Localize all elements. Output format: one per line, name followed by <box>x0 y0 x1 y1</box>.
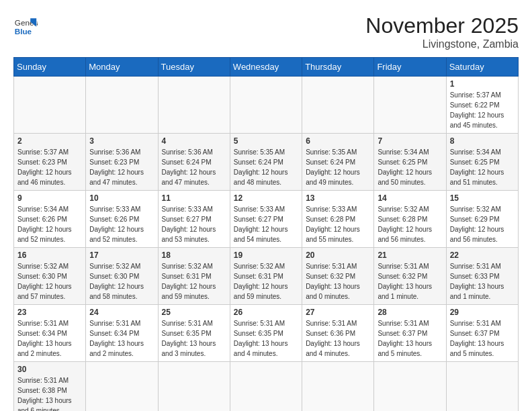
calendar-cell: 10Sunrise: 5:33 AM Sunset: 6:26 PM Dayli… <box>86 191 158 248</box>
logo: General Blue <box>13 13 38 38</box>
cell-info-text: Sunrise: 5:32 AM Sunset: 6:30 PM Dayligh… <box>89 261 154 302</box>
calendar-cell: 28Sunrise: 5:31 AM Sunset: 6:37 PM Dayli… <box>374 305 446 362</box>
calendar-cell: 22Sunrise: 5:31 AM Sunset: 6:33 PM Dayli… <box>446 248 518 305</box>
calendar-cell: 19Sunrise: 5:32 AM Sunset: 6:31 PM Dayli… <box>230 248 302 305</box>
calendar-table: SundayMondayTuesdayWednesdayThursdayFrid… <box>13 57 519 411</box>
calendar-cell <box>374 77 446 134</box>
cell-info-text: Sunrise: 5:37 AM Sunset: 6:22 PM Dayligh… <box>450 90 515 130</box>
cell-date-number: 9 <box>17 193 82 203</box>
calendar-cell <box>230 362 302 412</box>
calendar-cell <box>374 362 446 412</box>
cell-info-text: Sunrise: 5:32 AM Sunset: 6:31 PM Dayligh… <box>162 261 226 302</box>
calendar-cell: 2Sunrise: 5:37 AM Sunset: 6:23 PM Daylig… <box>14 134 86 191</box>
calendar-week-row: 1Sunrise: 5:37 AM Sunset: 6:22 PM Daylig… <box>14 77 519 134</box>
calendar-week-row: 30Sunrise: 5:31 AM Sunset: 6:38 PM Dayli… <box>14 362 519 412</box>
calendar-cell: 3Sunrise: 5:36 AM Sunset: 6:23 PM Daylig… <box>86 134 158 191</box>
cell-info-text: Sunrise: 5:31 AM Sunset: 6:34 PM Dayligh… <box>89 318 154 359</box>
cell-info-text: Sunrise: 5:31 AM Sunset: 6:32 PM Dayligh… <box>378 261 442 302</box>
month-title: November 2025 <box>365 13 519 38</box>
calendar-cell: 4Sunrise: 5:36 AM Sunset: 6:24 PM Daylig… <box>158 134 230 191</box>
cell-info-text: Sunrise: 5:34 AM Sunset: 6:25 PM Dayligh… <box>378 147 442 187</box>
cell-info-text: Sunrise: 5:33 AM Sunset: 6:27 PM Dayligh… <box>162 204 226 244</box>
cell-info-text: Sunrise: 5:32 AM Sunset: 6:30 PM Dayligh… <box>17 261 82 302</box>
calendar-cell: 26Sunrise: 5:31 AM Sunset: 6:35 PM Dayli… <box>230 305 302 362</box>
day-header-thursday: Thursday <box>302 58 374 77</box>
day-header-wednesday: Wednesday <box>230 58 302 77</box>
calendar-cell <box>446 362 518 412</box>
cell-info-text: Sunrise: 5:32 AM Sunset: 6:29 PM Dayligh… <box>450 204 515 244</box>
cell-info-text: Sunrise: 5:33 AM Sunset: 6:26 PM Dayligh… <box>89 204 154 244</box>
cell-info-text: Sunrise: 5:34 AM Sunset: 6:26 PM Dayligh… <box>17 204 82 244</box>
calendar-cell <box>158 362 230 412</box>
calendar-cell: 30Sunrise: 5:31 AM Sunset: 6:38 PM Dayli… <box>14 362 86 412</box>
svg-text:Blue: Blue <box>15 27 32 36</box>
cell-info-text: Sunrise: 5:31 AM Sunset: 6:37 PM Dayligh… <box>450 318 515 359</box>
cell-date-number: 7 <box>378 136 442 146</box>
cell-date-number: 4 <box>162 136 226 146</box>
cell-info-text: Sunrise: 5:31 AM Sunset: 6:36 PM Dayligh… <box>306 318 370 359</box>
cell-info-text: Sunrise: 5:31 AM Sunset: 6:35 PM Dayligh… <box>234 318 298 359</box>
calendar-cell: 8Sunrise: 5:34 AM Sunset: 6:25 PM Daylig… <box>446 134 518 191</box>
cell-info-text: Sunrise: 5:37 AM Sunset: 6:23 PM Dayligh… <box>17 147 82 187</box>
calendar-cell <box>302 77 374 134</box>
calendar-cell: 18Sunrise: 5:32 AM Sunset: 6:31 PM Dayli… <box>158 248 230 305</box>
cell-date-number: 21 <box>378 250 442 260</box>
cell-info-text: Sunrise: 5:31 AM Sunset: 6:35 PM Dayligh… <box>162 318 226 359</box>
calendar-cell: 14Sunrise: 5:32 AM Sunset: 6:28 PM Dayli… <box>374 191 446 248</box>
day-header-saturday: Saturday <box>446 58 518 77</box>
calendar-week-row: 23Sunrise: 5:31 AM Sunset: 6:34 PM Dayli… <box>14 305 519 362</box>
calendar-cell: 12Sunrise: 5:33 AM Sunset: 6:27 PM Dayli… <box>230 191 302 248</box>
cell-info-text: Sunrise: 5:35 AM Sunset: 6:24 PM Dayligh… <box>306 147 370 187</box>
title-area: November 2025 Livingstone, Zambia <box>365 13 519 50</box>
cell-date-number: 18 <box>162 250 226 260</box>
calendar-cell: 16Sunrise: 5:32 AM Sunset: 6:30 PM Dayli… <box>14 248 86 305</box>
day-header-monday: Monday <box>86 58 158 77</box>
calendar-cell <box>14 77 86 134</box>
calendar-cell: 1Sunrise: 5:37 AM Sunset: 6:22 PM Daylig… <box>446 77 518 134</box>
calendar-cell <box>86 77 158 134</box>
calendar-cell: 17Sunrise: 5:32 AM Sunset: 6:30 PM Dayli… <box>86 248 158 305</box>
cell-date-number: 22 <box>450 250 515 260</box>
calendar-cell: 27Sunrise: 5:31 AM Sunset: 6:36 PM Dayli… <box>302 305 374 362</box>
cell-date-number: 5 <box>234 136 298 146</box>
cell-date-number: 20 <box>306 250 370 260</box>
cell-date-number: 8 <box>450 136 515 146</box>
cell-date-number: 15 <box>450 193 515 203</box>
cell-date-number: 30 <box>17 365 82 374</box>
cell-info-text: Sunrise: 5:34 AM Sunset: 6:25 PM Dayligh… <box>450 147 515 187</box>
cell-date-number: 11 <box>162 193 226 203</box>
calendar-header-row: SundayMondayTuesdayWednesdayThursdayFrid… <box>14 58 519 77</box>
calendar-cell: 9Sunrise: 5:34 AM Sunset: 6:26 PM Daylig… <box>14 191 86 248</box>
cell-date-number: 27 <box>306 308 370 317</box>
calendar-cell: 6Sunrise: 5:35 AM Sunset: 6:24 PM Daylig… <box>302 134 374 191</box>
day-header-sunday: Sunday <box>14 58 86 77</box>
cell-info-text: Sunrise: 5:32 AM Sunset: 6:28 PM Dayligh… <box>378 204 442 244</box>
cell-date-number: 25 <box>162 308 226 317</box>
cell-date-number: 6 <box>306 136 370 146</box>
cell-date-number: 12 <box>234 193 298 203</box>
cell-info-text: Sunrise: 5:33 AM Sunset: 6:28 PM Dayligh… <box>306 204 370 244</box>
cell-date-number: 2 <box>17 136 82 146</box>
calendar-cell: 23Sunrise: 5:31 AM Sunset: 6:34 PM Dayli… <box>14 305 86 362</box>
day-header-friday: Friday <box>374 58 446 77</box>
calendar-cell: 24Sunrise: 5:31 AM Sunset: 6:34 PM Dayli… <box>86 305 158 362</box>
cell-info-text: Sunrise: 5:32 AM Sunset: 6:31 PM Dayligh… <box>234 261 298 302</box>
cell-date-number: 14 <box>378 193 442 203</box>
cell-date-number: 3 <box>89 136 154 146</box>
calendar-cell <box>86 362 158 412</box>
cell-date-number: 19 <box>234 250 298 260</box>
cell-date-number: 1 <box>450 79 515 89</box>
calendar-cell: 25Sunrise: 5:31 AM Sunset: 6:35 PM Dayli… <box>158 305 230 362</box>
calendar-cell: 7Sunrise: 5:34 AM Sunset: 6:25 PM Daylig… <box>374 134 446 191</box>
cell-date-number: 17 <box>89 250 154 260</box>
cell-date-number: 28 <box>378 308 442 317</box>
cell-date-number: 16 <box>17 250 82 260</box>
calendar-week-row: 9Sunrise: 5:34 AM Sunset: 6:26 PM Daylig… <box>14 191 519 248</box>
calendar-cell: 13Sunrise: 5:33 AM Sunset: 6:28 PM Dayli… <box>302 191 374 248</box>
cell-info-text: Sunrise: 5:31 AM Sunset: 6:34 PM Dayligh… <box>17 318 82 359</box>
cell-info-text: Sunrise: 5:31 AM Sunset: 6:38 PM Dayligh… <box>17 375 82 411</box>
calendar-cell: 15Sunrise: 5:32 AM Sunset: 6:29 PM Dayli… <box>446 191 518 248</box>
cell-date-number: 29 <box>450 308 515 317</box>
calendar-cell <box>302 362 374 412</box>
cell-date-number: 26 <box>234 308 298 317</box>
